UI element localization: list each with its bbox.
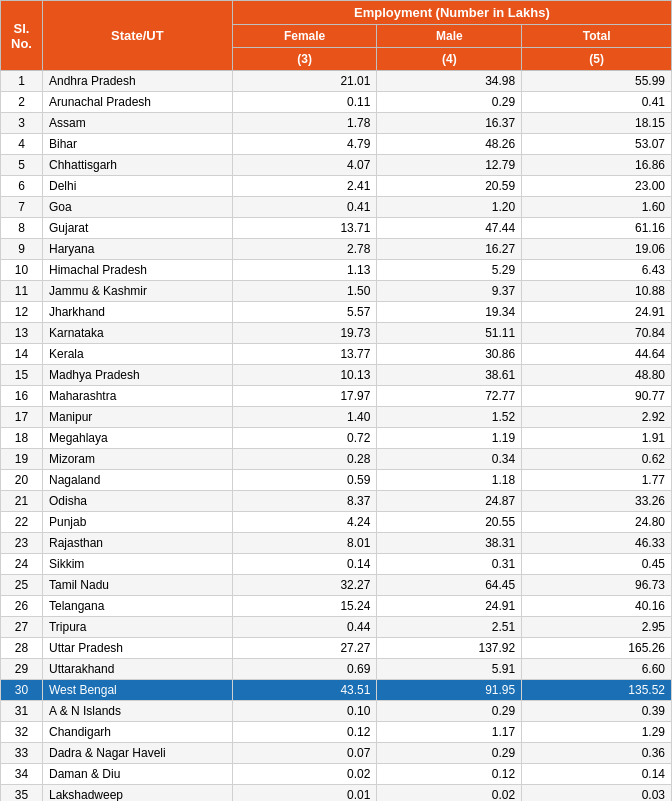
cell-male: 30.86 bbox=[377, 344, 522, 365]
cell-male: 0.02 bbox=[377, 785, 522, 802]
cell-sl: 9 bbox=[1, 239, 43, 260]
header-state: State/UT bbox=[42, 1, 232, 71]
header-female: Female bbox=[232, 25, 377, 48]
cell-male: 0.34 bbox=[377, 449, 522, 470]
cell-total: 90.77 bbox=[522, 386, 672, 407]
table-row: 33Dadra & Nagar Haveli0.070.290.36 bbox=[1, 743, 672, 764]
cell-male: 51.11 bbox=[377, 323, 522, 344]
table-row: 27Tripura0.442.512.95 bbox=[1, 617, 672, 638]
cell-total: 0.45 bbox=[522, 554, 672, 575]
cell-state: Sikkim bbox=[42, 554, 232, 575]
cell-total: 23.00 bbox=[522, 176, 672, 197]
cell-total: 40.16 bbox=[522, 596, 672, 617]
cell-total: 55.99 bbox=[522, 71, 672, 92]
cell-sl: 24 bbox=[1, 554, 43, 575]
cell-sl: 29 bbox=[1, 659, 43, 680]
cell-sl: 15 bbox=[1, 365, 43, 386]
cell-sl: 30 bbox=[1, 680, 43, 701]
cell-sl: 7 bbox=[1, 197, 43, 218]
header-total: Total bbox=[522, 25, 672, 48]
cell-female: 0.14 bbox=[232, 554, 377, 575]
cell-male: 9.37 bbox=[377, 281, 522, 302]
cell-state: Jammu & Kashmir bbox=[42, 281, 232, 302]
table-row: 34Daman & Diu0.020.120.14 bbox=[1, 764, 672, 785]
cell-sl: 1 bbox=[1, 71, 43, 92]
cell-male: 48.26 bbox=[377, 134, 522, 155]
cell-sl: 8 bbox=[1, 218, 43, 239]
cell-female: 13.71 bbox=[232, 218, 377, 239]
cell-total: 96.73 bbox=[522, 575, 672, 596]
cell-sl: 18 bbox=[1, 428, 43, 449]
cell-sl: 35 bbox=[1, 785, 43, 802]
cell-total: 33.26 bbox=[522, 491, 672, 512]
cell-state: A & N Islands bbox=[42, 701, 232, 722]
table-row: 5Chhattisgarh4.0712.7916.86 bbox=[1, 155, 672, 176]
cell-male: 34.98 bbox=[377, 71, 522, 92]
cell-total: 0.14 bbox=[522, 764, 672, 785]
header-employment: Employment (Number in Lakhs) bbox=[232, 1, 671, 25]
table-row: 17Manipur1.401.522.92 bbox=[1, 407, 672, 428]
cell-state: Delhi bbox=[42, 176, 232, 197]
cell-female: 0.11 bbox=[232, 92, 377, 113]
cell-female: 0.69 bbox=[232, 659, 377, 680]
cell-sl: 4 bbox=[1, 134, 43, 155]
cell-state: Jharkhand bbox=[42, 302, 232, 323]
cell-female: 0.72 bbox=[232, 428, 377, 449]
table-row: 7Goa0.411.201.60 bbox=[1, 197, 672, 218]
table-row: 29Uttarakhand0.695.916.60 bbox=[1, 659, 672, 680]
cell-sl: 34 bbox=[1, 764, 43, 785]
cell-sl: 5 bbox=[1, 155, 43, 176]
table-row: 10Himachal Pradesh1.135.296.43 bbox=[1, 260, 672, 281]
cell-female: 32.27 bbox=[232, 575, 377, 596]
cell-male: 0.31 bbox=[377, 554, 522, 575]
cell-state: Arunachal Pradesh bbox=[42, 92, 232, 113]
cell-male: 47.44 bbox=[377, 218, 522, 239]
cell-sl: 28 bbox=[1, 638, 43, 659]
cell-state: Gujarat bbox=[42, 218, 232, 239]
cell-state: West Bengal bbox=[42, 680, 232, 701]
cell-female: 4.79 bbox=[232, 134, 377, 155]
cell-female: 4.07 bbox=[232, 155, 377, 176]
cell-sl: 3 bbox=[1, 113, 43, 134]
cell-total: 6.43 bbox=[522, 260, 672, 281]
cell-male: 2.51 bbox=[377, 617, 522, 638]
cell-female: 1.50 bbox=[232, 281, 377, 302]
cell-total: 165.26 bbox=[522, 638, 672, 659]
table-row: 3Assam1.7816.3718.15 bbox=[1, 113, 672, 134]
cell-female: 2.78 bbox=[232, 239, 377, 260]
cell-total: 1.60 bbox=[522, 197, 672, 218]
cell-state: Tripura bbox=[42, 617, 232, 638]
cell-sl: 23 bbox=[1, 533, 43, 554]
cell-male: 72.77 bbox=[377, 386, 522, 407]
cell-sl: 6 bbox=[1, 176, 43, 197]
cell-state: Bihar bbox=[42, 134, 232, 155]
cell-female: 5.57 bbox=[232, 302, 377, 323]
cell-sl: 19 bbox=[1, 449, 43, 470]
cell-sl: 12 bbox=[1, 302, 43, 323]
cell-state: Dadra & Nagar Haveli bbox=[42, 743, 232, 764]
cell-female: 0.10 bbox=[232, 701, 377, 722]
table-row: 35Lakshadweep0.010.020.03 bbox=[1, 785, 672, 802]
cell-state: Chhattisgarh bbox=[42, 155, 232, 176]
cell-female: 15.24 bbox=[232, 596, 377, 617]
table-row: 23Rajasthan8.0138.3146.33 bbox=[1, 533, 672, 554]
cell-male: 38.61 bbox=[377, 365, 522, 386]
cell-state: Madhya Pradesh bbox=[42, 365, 232, 386]
cell-state: Himachal Pradesh bbox=[42, 260, 232, 281]
cell-state: Uttarakhand bbox=[42, 659, 232, 680]
cell-male: 1.52 bbox=[377, 407, 522, 428]
cell-total: 0.36 bbox=[522, 743, 672, 764]
table-row: 6Delhi2.4120.5923.00 bbox=[1, 176, 672, 197]
cell-sl: 20 bbox=[1, 470, 43, 491]
cell-state: Kerala bbox=[42, 344, 232, 365]
cell-female: 0.12 bbox=[232, 722, 377, 743]
cell-male: 1.18 bbox=[377, 470, 522, 491]
cell-female: 10.13 bbox=[232, 365, 377, 386]
table-row: 12Jharkhand5.5719.3424.91 bbox=[1, 302, 672, 323]
cell-total: 0.62 bbox=[522, 449, 672, 470]
cell-sl: 2 bbox=[1, 92, 43, 113]
cell-female: 0.01 bbox=[232, 785, 377, 802]
table-row: 22Punjab4.2420.5524.80 bbox=[1, 512, 672, 533]
table-row: 4Bihar4.7948.2653.07 bbox=[1, 134, 672, 155]
table-row: 21Odisha8.3724.8733.26 bbox=[1, 491, 672, 512]
